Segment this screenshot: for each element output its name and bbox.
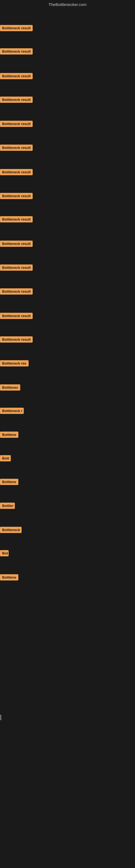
list-item[interactable]: Bottleneck result: [0, 288, 33, 296]
bottleneck-result-label: Bottleneck result: [0, 48, 33, 55]
bottleneck-result-label: Bottleneck res: [0, 360, 29, 367]
bottleneck-result-label: Bottleneck result: [0, 73, 33, 79]
list-item[interactable]: Bottleneck result: [0, 241, 33, 248]
text-cursor: [1, 715, 1, 720]
list-item[interactable]: Bott: [0, 455, 11, 463]
bottleneck-result-label: Bottleneck: [0, 527, 21, 533]
bottleneck-result-label: Bottleneck result: [0, 241, 33, 247]
bottleneck-result-label: Bottleneck result: [0, 145, 33, 151]
list-item[interactable]: Bottlene: [0, 574, 18, 582]
list-item[interactable]: Bottleneck result: [0, 313, 33, 320]
list-item[interactable]: Bottleneck result: [0, 193, 33, 200]
bottleneck-result-label: Bottlenec: [0, 384, 20, 391]
bottleneck-result-label: Bottlene: [0, 479, 18, 485]
list-item[interactable]: Bottlenec: [0, 384, 20, 392]
bottleneck-result-label: Bottleneck result: [0, 121, 33, 127]
list-item[interactable]: Bottlene: [0, 432, 18, 439]
bottleneck-result-label: Bottleneck result: [0, 97, 33, 103]
list-item[interactable]: Bottleneck result: [0, 265, 33, 272]
list-item[interactable]: Bottleneck result: [0, 48, 33, 56]
list-item[interactable]: Bottleneck r: [0, 408, 24, 415]
list-item[interactable]: Bottler: [0, 503, 15, 510]
bottleneck-result-label: Bottleneck result: [0, 25, 33, 31]
bottleneck-result-label: Bott: [0, 455, 11, 461]
list-item[interactable]: Bottlene: [0, 479, 18, 486]
list-item[interactable]: Bottleneck result: [0, 216, 33, 223]
bottleneck-result-label: Bottleneck result: [0, 193, 33, 199]
list-item[interactable]: Bottleneck: [0, 527, 21, 534]
bottleneck-result-label: Bot: [0, 550, 9, 556]
bottleneck-result-label: Bottlene: [0, 574, 18, 581]
list-item[interactable]: Bottleneck result: [0, 25, 33, 32]
list-item[interactable]: Bottleneck result: [0, 336, 33, 344]
bottleneck-result-label: Bottleneck result: [0, 265, 33, 271]
list-item[interactable]: Bottleneck result: [0, 73, 33, 80]
bottleneck-result-label: Bottleneck result: [0, 216, 33, 222]
list-item[interactable]: Bottleneck result: [0, 169, 33, 176]
bottleneck-result-label: Bottleneck result: [0, 336, 33, 343]
bottleneck-result-label: Bottler: [0, 503, 15, 509]
list-item[interactable]: Bot: [0, 550, 9, 557]
list-item[interactable]: Bottleneck result: [0, 145, 33, 152]
bottleneck-result-label: Bottleneck r: [0, 408, 24, 414]
site-title: TheBottlenecker.com: [0, 0, 135, 9]
list-item[interactable]: Bottleneck result: [0, 121, 33, 128]
bottleneck-result-label: Bottleneck result: [0, 313, 33, 319]
list-item[interactable]: Bottleneck res: [0, 360, 29, 368]
list-item[interactable]: Bottleneck result: [0, 97, 33, 104]
bottleneck-result-label: Bottlene: [0, 432, 18, 438]
bottleneck-result-label: Bottleneck result: [0, 288, 33, 294]
bottleneck-result-label: Bottleneck result: [0, 169, 33, 175]
